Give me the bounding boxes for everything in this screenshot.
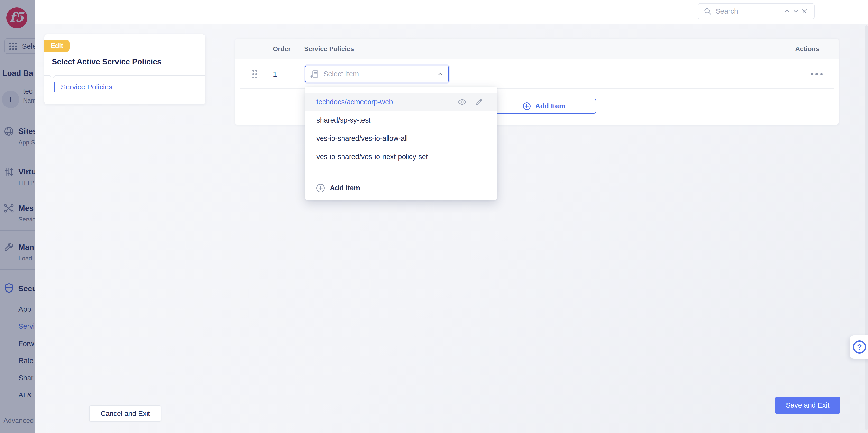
sidebar-dim-overlay	[0, 0, 35, 433]
page-scrollbar[interactable]	[865, 25, 868, 430]
edit-badge: Edit	[44, 40, 70, 52]
edit-card-notch	[50, 73, 56, 79]
help-button[interactable]: ?	[849, 335, 868, 359]
column-header-actions: Actions	[795, 39, 819, 59]
eye-icon	[458, 97, 467, 107]
table-row: 1 Select Item	[235, 59, 839, 89]
dropdown-add-item-label: Add Item	[330, 184, 360, 192]
search-close-button[interactable]	[800, 5, 809, 18]
search-prev-button[interactable]	[783, 5, 792, 18]
chevron-down-icon	[792, 7, 799, 15]
service-policy-select[interactable]: Select Item	[305, 65, 449, 82]
cancel-and-exit-button[interactable]: Cancel and Exit	[89, 405, 161, 422]
content-panel: Edit Select Active Service Policies Serv…	[35, 24, 868, 433]
edit-option-button[interactable]	[474, 97, 484, 107]
select-item-icon	[310, 69, 319, 79]
top-bar	[0, 0, 868, 24]
page-title: Select Active Service Policies	[52, 57, 162, 66]
active-indicator-bar	[54, 82, 55, 92]
edit-summary-card: Edit Select Active Service Policies Serv…	[44, 34, 206, 104]
search-next-button[interactable]	[792, 5, 800, 18]
dropdown-option-label: ves-io-shared/ves-io-allow-all	[316, 135, 408, 143]
save-button-label: Save and Exit	[786, 401, 830, 409]
order-value: 1	[273, 59, 277, 89]
drag-handle[interactable]	[252, 68, 258, 81]
form-nav-label: Service Policies	[61, 83, 113, 91]
add-item-button[interactable]: Add Item	[491, 99, 596, 114]
select-item-dropdown-menu: techdocs/acmecorp-web shared/sp-sy-test …	[305, 87, 497, 200]
plus-circle-icon	[316, 183, 326, 193]
edit-card-divider	[44, 75, 206, 76]
add-item-label: Add Item	[535, 102, 565, 110]
table-header: Order Service Policies Actions	[235, 39, 839, 59]
ellipsis-icon	[810, 73, 824, 76]
caret-up-icon	[437, 71, 443, 78]
search-input[interactable]	[716, 7, 779, 16]
row-actions-menu-button[interactable]	[810, 59, 824, 89]
app-root: Edit Select Active Service Policies Serv…	[0, 0, 868, 433]
pencil-icon	[475, 98, 484, 106]
dropdown-option[interactable]: ves-io-shared/ves-io-next-policy-set	[305, 148, 497, 166]
search-icon	[704, 7, 712, 16]
column-header-order: Order	[273, 39, 291, 59]
question-mark-icon: ?	[853, 340, 866, 353]
dropdown-option-label: techdocs/acmecorp-web	[316, 98, 393, 106]
plus-circle-icon	[522, 102, 531, 111]
dropdown-option[interactable]: shared/sp-sy-test	[305, 111, 497, 129]
option-action-icons	[457, 97, 484, 107]
save-and-exit-button[interactable]: Save and Exit	[775, 397, 840, 414]
column-header-service-policies: Service Policies	[304, 39, 354, 59]
close-icon	[801, 7, 808, 15]
left-sidebar: f5 Sele Load Ba T tec Nam Sites App S Vi…	[0, 0, 35, 433]
find-on-page-widget	[698, 3, 815, 19]
search-separator	[780, 7, 780, 16]
dropdown-option[interactable]: techdocs/acmecorp-web	[305, 93, 497, 111]
dropdown-option-label: ves-io-shared/ves-io-next-policy-set	[316, 153, 428, 161]
dropdown-add-item[interactable]: Add Item	[305, 176, 497, 200]
chevron-up-icon	[783, 7, 791, 15]
dropdown-option[interactable]: ves-io-shared/ves-io-allow-all	[305, 129, 497, 148]
cancel-button-label: Cancel and Exit	[100, 410, 150, 417]
dropdown-option-label: shared/sp-sy-test	[316, 116, 370, 124]
view-option-button[interactable]	[457, 97, 467, 107]
form-nav-item-service-policies[interactable]: Service Policies	[54, 82, 113, 92]
select-placeholder: Select Item	[323, 70, 437, 78]
